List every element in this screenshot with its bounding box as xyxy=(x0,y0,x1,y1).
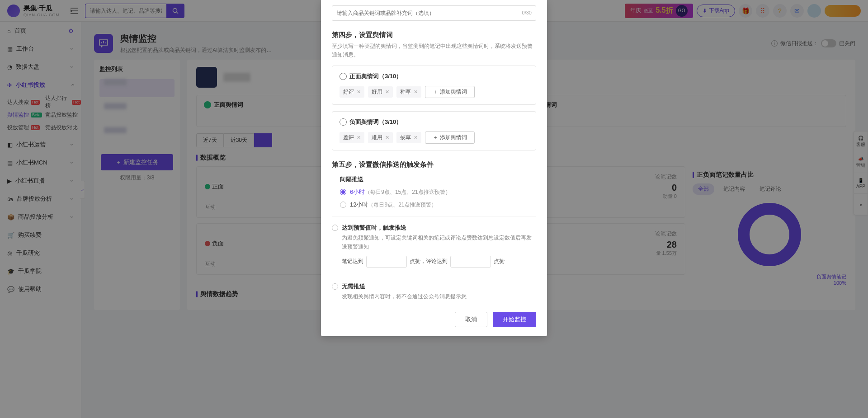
keyword-counter: 0/30 xyxy=(522,10,532,15)
create-monitor-modal: 0/30 第四步，设置舆情词 至少填写一种类型的舆情词，当监测到的笔记中出现这些… xyxy=(321,0,547,22)
keyword-input[interactable] xyxy=(332,5,536,21)
